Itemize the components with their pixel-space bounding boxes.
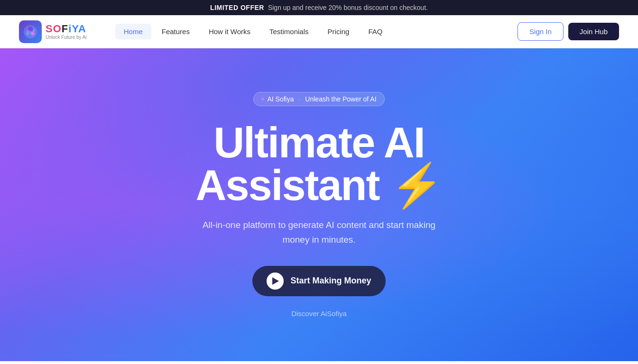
logo-tagline: Unlock Future by Ai: [46, 35, 87, 40]
play-icon: [267, 273, 284, 290]
logo-icon: [19, 20, 42, 43]
hero-title-line2: Assistant: [195, 162, 379, 209]
hero-discover-link[interactable]: Discover AiSofiya: [291, 309, 347, 318]
hero-lightning: ⚡: [390, 162, 443, 209]
play-triangle: [272, 277, 279, 285]
badge-dot: [261, 98, 264, 100]
top-banner: LIMITED OFFER Sign up and receive 20% bo…: [0, 0, 638, 15]
hero-title: Ultimate AI Assistant ⚡: [195, 121, 442, 207]
signin-button[interactable]: Sign In: [518, 22, 564, 41]
navbar: SOFiYA Unlock Future by Ai Home Features…: [0, 15, 638, 48]
hero-cta-button[interactable]: Start Making Money: [252, 266, 385, 296]
svg-point-3: [31, 32, 35, 35]
nav-item-pricing[interactable]: Pricing: [319, 24, 358, 39]
nav-item-home[interactable]: Home: [115, 24, 151, 39]
banner-offer-label: LIMITED OFFER: [210, 4, 264, 11]
hero-subtitle: All-in-one platform to generate AI conte…: [201, 218, 438, 247]
hero-title-line1: Ultimate AI: [213, 119, 425, 166]
joinhub-button[interactable]: Join Hub: [568, 23, 619, 40]
svg-point-1: [28, 27, 33, 31]
nav-links: Home Features How it Works Testimonials …: [115, 24, 518, 39]
banner-offer-text: Sign up and receive 20% bonus discount o…: [268, 4, 428, 11]
svg-point-2: [27, 32, 30, 35]
logo-text: SOFiYA Unlock Future by Ai: [46, 23, 87, 40]
hero-section: AI Sofiya · Unleash the Power of AI Ulti…: [0, 48, 638, 361]
nav-item-how-it-works[interactable]: How it Works: [200, 24, 259, 39]
badge-brand: AI Sofiya: [267, 95, 294, 103]
nav-item-testimonials[interactable]: Testimonials: [261, 24, 317, 39]
nav-actions: Sign In Join Hub: [518, 22, 619, 41]
logo-name: SOFiYA: [46, 23, 87, 35]
cta-label: Start Making Money: [290, 276, 371, 286]
badge-separator: ·: [298, 95, 300, 103]
badge-tagline: Unleash the Power of AI: [305, 95, 376, 103]
nav-item-faq[interactable]: FAQ: [360, 24, 391, 39]
hero-badge: AI Sofiya · Unleash the Power of AI: [253, 92, 384, 106]
logo[interactable]: SOFiYA Unlock Future by Ai: [19, 20, 87, 43]
nav-item-features[interactable]: Features: [153, 24, 198, 39]
